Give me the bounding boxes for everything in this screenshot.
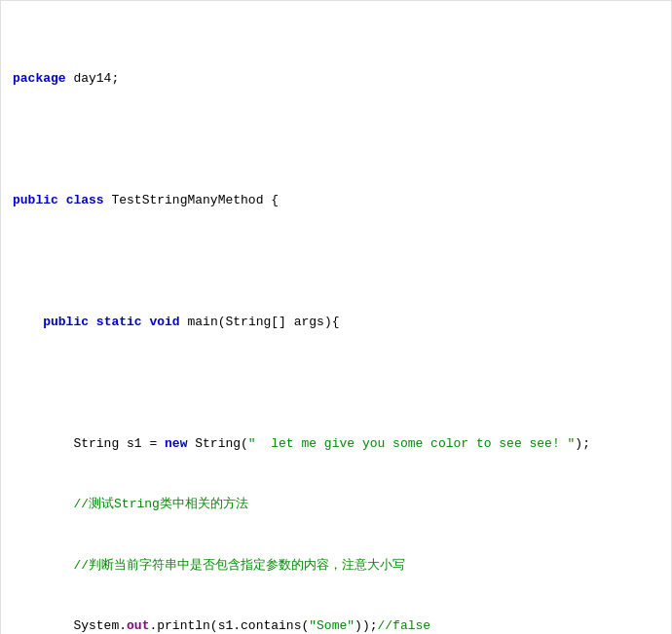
line-10: System.out.println(s1.contains("Some"));… [9,616,671,634]
line-1: package day14; [9,69,671,90]
line-5: public static void main(String[] args){ [9,313,671,333]
code-content: package day14; public class TestStringMa… [1,1,671,634]
line-8: //测试String类中相关的方法 [9,495,671,515]
line-6 [9,373,671,393]
line-3: public class TestStringManyMethod { [9,191,671,211]
line-9: //判断当前字符串中是否包含指定参数的内容，注意大小写 [9,556,671,577]
line-7: String s1 = new String(" let me give you… [9,434,671,455]
line-4 [9,252,671,273]
code-editor: package day14; public class TestStringMa… [0,0,672,634]
line-2 [9,131,671,151]
